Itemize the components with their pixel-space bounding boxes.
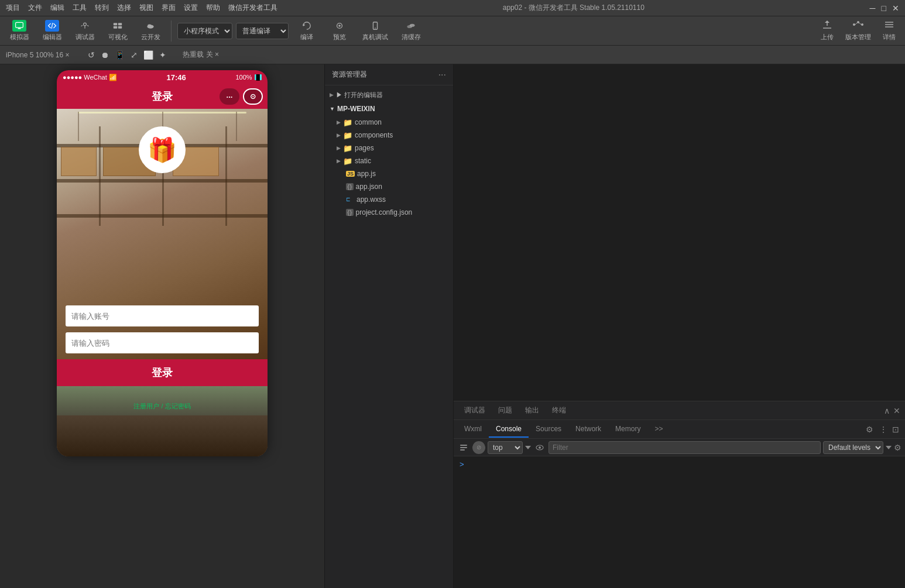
battery-icon: █ (255, 74, 262, 80)
explorer-more-button[interactable]: ··· (438, 70, 446, 80)
upload-button[interactable]: 上传 (816, 18, 838, 44)
visual-button[interactable]: 可视化 (103, 18, 132, 44)
console-settings-icon[interactable]: ⚙ (894, 443, 901, 452)
reload-icon[interactable]: ↺ (88, 50, 95, 60)
login-button[interactable]: 登录 (57, 359, 268, 386)
sub-toolbar: iPhone 5 100% 16 × ↺ ⏺ 📱 ⤢ ⬜ ✦ 热重载 关 × (0, 46, 905, 64)
screenshot-icon[interactable]: ⬜ (143, 50, 153, 60)
devtools-tab-memory[interactable]: Memory (608, 421, 647, 438)
menu-goto[interactable]: 转到 (95, 3, 109, 13)
console-prompt[interactable]: > (460, 460, 464, 469)
phone-icon[interactable]: 📱 (115, 50, 125, 60)
device-info[interactable]: iPhone 5 100% 16 × (6, 51, 69, 59)
context-selector[interactable]: top (488, 441, 523, 454)
username-input-wrapper[interactable] (66, 305, 259, 326)
menu-tools[interactable]: 工具 (73, 3, 87, 13)
simulator-label: 模拟器 (10, 33, 29, 42)
window-controls[interactable]: ─ □ ✕ (870, 4, 899, 13)
eye-visibility-button[interactable] (533, 441, 546, 454)
devtools-panel-tabs: Wxml Console Sources Network Memory >> ⚙… (454, 420, 905, 439)
toolbar-separator-1 (171, 20, 172, 42)
mode-select[interactable]: 小程序模式 (177, 23, 232, 39)
detail-label: 详情 (883, 33, 896, 42)
compile-button[interactable]: 编译 (292, 18, 321, 44)
phone-status-left: ●●●●● WeChat 📶 (63, 74, 117, 81)
simulator-button[interactable]: 模拟器 (5, 18, 34, 44)
svg-line-2 (52, 23, 53, 29)
menu-interface[interactable]: 界面 (162, 3, 176, 13)
debug-button[interactable]: 调试器 (70, 18, 100, 44)
more-button[interactable]: ··· (220, 88, 239, 105)
debug-tabs-toolbar: 调试器 问题 输出 终端 ∧ ✕ (454, 401, 905, 420)
phone-frame: ●●●●● WeChat 📶 17:46 100% █ 登录 ··· ⊙ (57, 70, 268, 456)
debug-tab-debugger[interactable]: 调试器 (458, 403, 491, 418)
menu-wechat-devtools[interactable]: 微信开发者工具 (228, 3, 277, 13)
debug-tab-issues[interactable]: 问题 (492, 403, 518, 418)
menu-file[interactable]: 文件 (28, 3, 42, 13)
devtools-tab-more[interactable]: >> (647, 421, 670, 438)
clear-console-button[interactable] (457, 441, 470, 454)
version-button[interactable]: 版本管理 (841, 18, 876, 44)
clearcache-button[interactable]: 清缓存 (396, 18, 426, 44)
main-area: ●●●●● WeChat 📶 17:46 100% █ 登录 ··· ⊙ (0, 64, 905, 588)
menu-edit[interactable]: 编辑 (50, 3, 64, 13)
realtest-button[interactable]: 真机调试 (358, 18, 393, 44)
star-icon[interactable]: ✦ (159, 50, 166, 60)
common-label: common (355, 118, 382, 126)
camera-button[interactable]: ⊙ (243, 88, 263, 105)
username-input[interactable] (71, 312, 253, 321)
menu-view[interactable]: 视图 (139, 3, 153, 13)
version-label: 版本管理 (845, 33, 871, 42)
maximize-button[interactable]: □ (882, 4, 886, 13)
dock-icon[interactable]: ⊡ (890, 425, 901, 434)
preview-button[interactable]: 预览 (325, 18, 354, 44)
open-editors-group[interactable]: ▶ ▶ 打开的编辑器 (325, 88, 453, 102)
folder-components[interactable]: ▶ 📁 components (325, 129, 453, 142)
file-appjson[interactable]: {} app.json (325, 180, 453, 193)
project-group[interactable]: ▼ MP-WEIXIN (325, 102, 453, 116)
appjson-icon: {} (346, 183, 354, 190)
folder-pages[interactable]: ▶ 📁 pages (325, 142, 453, 154)
compile-select[interactable]: 普通编译 (236, 23, 289, 39)
console-filter-input[interactable] (549, 441, 821, 454)
devtools-tab-wxml[interactable]: Wxml (457, 421, 489, 438)
debug-tab-output[interactable]: 输出 (519, 403, 545, 418)
explorer-header: 资源管理器 ··· (325, 64, 453, 85)
cloud-button[interactable]: 云开发 (136, 18, 165, 44)
appwxss-icon: ⊏ (346, 195, 354, 204)
menu-settings[interactable]: 设置 (184, 3, 198, 13)
debug-tab-terminal[interactable]: 终端 (546, 403, 572, 418)
common-folder-icon: 📁 (343, 118, 352, 127)
menu-project[interactable]: 项目 (6, 3, 20, 13)
svg-marker-13 (303, 23, 306, 26)
devtools-tab-console[interactable]: Console (489, 421, 529, 438)
folder-common[interactable]: ▶ 📁 common (325, 116, 453, 129)
collapse-up-icon[interactable]: ∧ (884, 406, 890, 415)
more-options-icon[interactable]: ⋮ (877, 425, 890, 434)
close-panel-icon[interactable]: ✕ (893, 406, 900, 415)
menu-bar[interactable]: 项目 文件 编辑 工具 转到 选择 视图 界面 设置 帮助 微信开发者工具 (6, 3, 277, 13)
menu-help[interactable]: 帮助 (206, 3, 220, 13)
login-links[interactable]: 注册用户 / 忘记密码 (133, 402, 190, 411)
record-icon[interactable]: ⏺ (101, 50, 109, 60)
password-input-wrapper[interactable] (66, 332, 259, 353)
settings-icon[interactable]: ⚙ (862, 425, 877, 434)
minimize-button[interactable]: ─ (870, 4, 876, 13)
expand-icon[interactable]: ⤢ (131, 50, 138, 60)
close-button[interactable]: ✕ (892, 4, 899, 13)
editor-button[interactable]: 编辑器 (37, 18, 67, 44)
svg-marker-35 (525, 446, 531, 449)
file-appjs[interactable]: JS app.js (325, 167, 453, 180)
detail-button[interactable]: 详情 (878, 18, 900, 44)
folder-static[interactable]: ▶ 📁 static (325, 154, 453, 167)
svg-rect-7 (114, 23, 117, 25)
hotreload-info[interactable]: 热重载 关 × (183, 50, 219, 60)
devtools-tab-sources[interactable]: Sources (529, 421, 568, 438)
menu-select[interactable]: 选择 (117, 3, 131, 13)
password-input[interactable] (71, 339, 253, 348)
file-projectconfig[interactable]: {} project.config.json (325, 206, 453, 219)
file-appwxss[interactable]: ⊏ app.wxss (325, 193, 453, 206)
stop-recording-button[interactable]: ⊘ (472, 441, 485, 454)
devtools-tab-network[interactable]: Network (568, 421, 608, 438)
log-levels-select[interactable]: Default levels (823, 441, 883, 454)
